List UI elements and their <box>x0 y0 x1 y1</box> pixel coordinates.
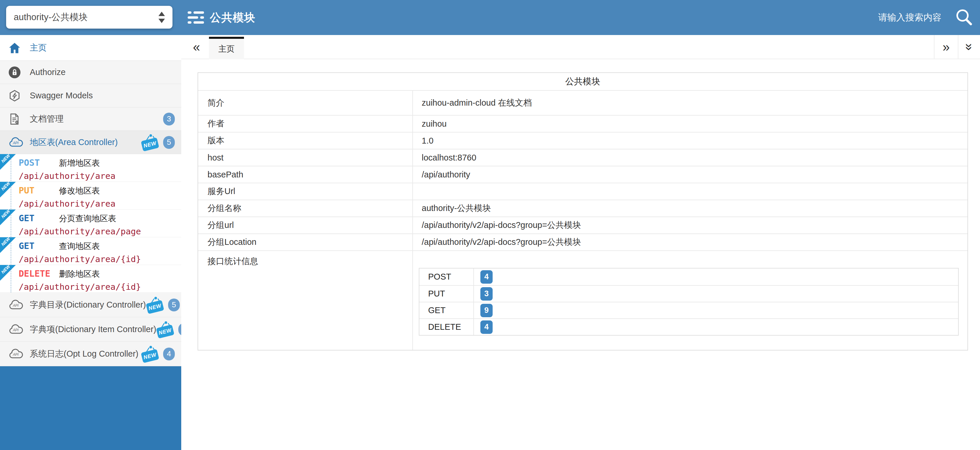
home-icon <box>8 42 25 54</box>
controller-name: 地区表(Area Controller) <box>30 137 118 148</box>
stats-row: PUT 3 <box>419 285 958 302</box>
row-value: localhost:8760 <box>413 149 967 166</box>
stats-method: GET <box>419 302 474 318</box>
tab-bar: « 主页 » » <box>181 35 980 59</box>
row-value: /api/authority <box>413 166 967 183</box>
lock-icon <box>8 66 25 79</box>
document-gear-icon <box>8 113 25 126</box>
brand: 公共模块 <box>188 0 255 35</box>
svg-text:API: API <box>13 328 19 332</box>
table-row: 分组url /api/authority/v2/api-docs?group=公… <box>198 216 967 234</box>
controller-name: 系统日志(Opt Log Controller) <box>30 348 138 360</box>
api-stats-table: POST 4 PUT 3 GET 9 DELETE 4 <box>419 268 959 336</box>
doc-manage-count-badge: 3 <box>163 113 175 126</box>
new-ribbon-icon: NEW <box>0 265 16 281</box>
cloud-api-icon: API <box>8 299 25 311</box>
stats-row: GET 9 <box>419 302 958 318</box>
api-item-delete-area[interactable]: NEW DELETE 删除地区表 /api/authority/area/{id… <box>0 265 181 293</box>
stats-row: DELETE 4 <box>419 318 958 335</box>
tabs-collapse-all-icon[interactable]: » <box>959 35 980 59</box>
controller-count-badge: 5 <box>168 299 180 312</box>
api-name: 新增地区表 <box>59 157 100 169</box>
stats-count-badge: 4 <box>480 270 493 284</box>
module-info-table: 公共模块 简介 zuihou-admin-cloud 在线文档 作者 zuiho… <box>197 72 968 350</box>
sidebar-item-label: Swagger Models <box>30 91 93 100</box>
sidebar-item-label: 文档管理 <box>30 113 64 125</box>
tab-home[interactable]: 主页 <box>209 37 244 59</box>
table-row-stats: 接口统计信息 POST 4 PUT 3 GET 9 <box>198 250 967 350</box>
api-path: /api/authority/area/page <box>19 226 181 236</box>
api-path: /api/authority/area/{id} <box>19 254 181 264</box>
row-value: /api/authority/v2/api-docs?group=公共模块 <box>413 234 967 250</box>
table-row: 版本 1.0 <box>198 132 967 149</box>
cloud-api-icon: API <box>8 348 25 360</box>
stats-row: POST 4 <box>419 269 958 285</box>
hexagon-model-icon <box>8 89 25 102</box>
row-value: zuihou <box>413 116 967 132</box>
row-value <box>413 183 967 200</box>
new-tag-icon: NEW <box>156 321 175 338</box>
svg-text:API: API <box>13 304 19 308</box>
table-row: basePath /api/authority <box>198 166 967 183</box>
api-item-page-area[interactable]: NEW GET 分页查询地区表 /api/authority/area/page <box>0 210 181 237</box>
stats-count-badge: 4 <box>480 320 493 334</box>
http-method: GET <box>19 213 52 223</box>
row-label: 接口统计信息 <box>198 251 413 350</box>
tabs-scroll-right-icon[interactable]: » <box>934 35 958 59</box>
cloud-api-icon: API <box>8 324 25 335</box>
api-item-add-area[interactable]: NEW POST 新增地区表 /api/authority/area <box>0 154 181 182</box>
search-area <box>816 0 974 35</box>
sidebar-item-home[interactable]: 主页 <box>0 35 181 61</box>
stats-count-badge: 9 <box>480 304 493 317</box>
sidebar-controller-dictionary[interactable]: API 字典目录(Dictionary Controller) NEW 5 <box>0 293 181 317</box>
api-item-edit-area[interactable]: NEW PUT 修改地区表 /api/authority/area <box>0 182 181 210</box>
sidebar-controller-area[interactable]: API 地区表(Area Controller) NEW 5 <box>0 131 181 154</box>
row-value: /api/authority/v2/api-docs?group=公共模块 <box>413 217 967 234</box>
cloud-api-icon: API <box>8 137 25 148</box>
sidebar-controller-opt-log[interactable]: API 系统日志(Opt Log Controller) NEW 4 <box>0 342 181 366</box>
search-icon[interactable] <box>954 7 974 28</box>
row-value: authority-公共模块 <box>413 200 967 216</box>
sidebar-item-swagger-models[interactable]: Swagger Models <box>0 84 181 107</box>
stats-count-badge: 3 <box>480 287 493 301</box>
row-value: 1.0 <box>413 132 967 149</box>
sidebar-item-doc-manage[interactable]: 文档管理 3 <box>0 107 181 131</box>
menu-filter-icon <box>188 11 204 24</box>
row-label: 简介 <box>198 91 413 115</box>
table-row: 作者 zuihou <box>198 115 967 132</box>
row-label: basePath <box>198 166 413 183</box>
new-tag-icon: NEW <box>141 346 160 362</box>
api-item-get-area[interactable]: NEW GET 查询地区表 /api/authority/area/{id} <box>0 237 181 265</box>
module-title: 公共模块 <box>198 73 967 90</box>
table-row: 分组Location /api/authority/v2/api-docs?gr… <box>198 234 967 250</box>
row-label: 作者 <box>198 116 413 132</box>
table-row: 简介 zuihou-admin-cloud 在线文档 <box>198 90 967 115</box>
sidebar-controller-dictionary-item[interactable]: API 字典项(Dictionary Item Controller) NEW … <box>0 317 181 342</box>
table-row: 服务Url <box>198 183 967 200</box>
tabs-scroll-left-icon[interactable]: « <box>193 35 200 59</box>
api-path: /api/authority/area/{id} <box>19 282 181 292</box>
table-row: host localhost:8760 <box>198 149 967 166</box>
http-method: GET <box>19 241 52 251</box>
search-input[interactable] <box>816 12 942 23</box>
sidebar-item-label: Authorize <box>30 67 66 77</box>
new-ribbon-icon: NEW <box>0 237 16 253</box>
sidebar-item-label: 主页 <box>30 42 47 54</box>
controller-count-badge: 4 <box>163 348 175 360</box>
group-select[interactable]: authority-公共模块 <box>6 6 172 29</box>
group-select-value: authority-公共模块 <box>14 11 88 23</box>
row-label: 分组Location <box>198 234 413 250</box>
stats-method: POST <box>419 269 474 285</box>
api-list: NEW POST 新增地区表 /api/authority/area NEW P… <box>0 154 181 293</box>
api-name: 修改地区表 <box>59 185 100 196</box>
table-row: 分组名称 authority-公共模块 <box>198 200 967 216</box>
top-navbar: authority-公共模块 公共模块 <box>0 0 980 35</box>
row-label: 分组url <box>198 217 413 234</box>
svg-text:API: API <box>13 353 19 357</box>
controller-name: 字典项(Dictionary Item Controller) <box>30 324 156 335</box>
new-tag-icon: NEW <box>146 297 165 313</box>
http-method: DELETE <box>19 269 52 279</box>
api-name: 删除地区表 <box>59 269 100 280</box>
new-ribbon-icon: NEW <box>0 154 16 170</box>
sidebar-item-authorize[interactable]: Authorize <box>0 61 181 84</box>
